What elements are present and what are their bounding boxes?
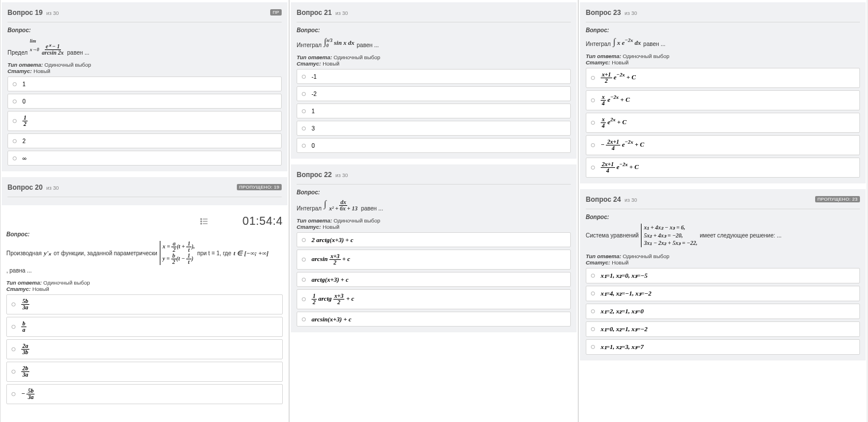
- radio-icon: [591, 143, 595, 147]
- radio-icon: [302, 278, 306, 282]
- option[interactable]: 2b3a: [6, 362, 283, 382]
- options-list: x+12 e−2x + C x4 e−2x + C x4 e2x + C − 2…: [586, 68, 860, 178]
- option[interactable]: − 2x+14 e−2x + C: [586, 135, 860, 155]
- radio-icon: [591, 291, 595, 296]
- radio-icon: [591, 309, 595, 313]
- radio-icon: [11, 392, 16, 396]
- option[interactable]: arcsin(x+3) + c: [297, 312, 571, 327]
- question-label: Вопрос:: [586, 27, 860, 33]
- option[interactable]: x₁=0, x₂=1, x₃=−2: [586, 321, 860, 337]
- status: Статус: Новый: [297, 224, 571, 230]
- option[interactable]: 1: [7, 76, 282, 91]
- status: Статус: Новый: [7, 68, 282, 74]
- question-label: Вопрос:: [6, 231, 283, 237]
- question-number: Вопрос 23 из 30: [586, 7, 637, 17]
- radio-icon: [591, 76, 595, 80]
- question-header: Вопрос 22 из 30: [297, 169, 571, 185]
- radio-icon: [591, 345, 595, 349]
- question-20: Вопрос 20 из 30 ПРОПУЩЕНО: 19: [2, 177, 287, 205]
- option[interactable]: x+12 e−2x + C: [586, 68, 860, 88]
- equation-system: x₁ + 4x₂ − x₃ = 6, 5x₂ + 4x₃ = −20, 3x₁ …: [641, 224, 697, 247]
- question-number: Вопрос 22 из 30: [297, 169, 348, 179]
- radio-icon: [591, 121, 595, 125]
- skipped-badge: ПРОПУЩЕНО: 19: [237, 184, 282, 190]
- column-3: Вопрос 23 из 30 Вопрос: Интеграл ∫ x e−2…: [578, 0, 867, 422]
- radio-icon: [591, 166, 595, 170]
- svg-point-4: [201, 223, 202, 224]
- column-2: Вопрос 21 из 30 Вопрос: Интеграл ∫π/30 s…: [289, 0, 578, 422]
- option[interactable]: 1: [297, 103, 571, 118]
- question-text: Предел limx→0 eˣ − 1arcsin 2x равен ...: [7, 37, 282, 56]
- question-22: Вопрос 22 из 30 Вопрос: Интеграл ∫ dxx² …: [291, 164, 577, 332]
- radio-icon: [302, 144, 306, 148]
- option[interactable]: ba: [6, 317, 283, 337]
- radio-icon: [302, 92, 306, 96]
- question-label: Вопрос:: [297, 27, 571, 33]
- option[interactable]: ∞: [7, 151, 282, 166]
- radio-icon: [13, 99, 17, 103]
- option[interactable]: arcsin x+32 + c: [297, 250, 571, 270]
- radio-icon: [302, 109, 306, 113]
- radio-icon: [13, 82, 17, 86]
- radio-icon: [302, 317, 306, 321]
- options-list: x₁=1, x₂=0, x₃=−5 x₁=4, x₂=−1, x₃=−2 x₁=…: [586, 268, 860, 355]
- timer-bar: 01:54:4: [1, 211, 289, 231]
- option[interactable]: x₁=4, x₂=−1, x₃=−2: [586, 286, 860, 301]
- answer-type: Тип ответа: Одиночный выбор: [6, 279, 283, 286]
- option[interactable]: − 5b3a: [6, 384, 283, 404]
- option[interactable]: 3: [297, 121, 571, 136]
- radio-icon: [302, 75, 306, 79]
- option[interactable]: 0: [7, 94, 282, 109]
- options-list: 2 arctg(x+3) + c arcsin x+32 + c arctg(x…: [297, 232, 571, 327]
- status: Статус: Новый: [6, 286, 283, 292]
- option[interactable]: -1: [297, 69, 571, 84]
- question-20-body: Вопрос: Производная y'ₓ от функции, зада…: [1, 231, 289, 410]
- list-icon[interactable]: [200, 217, 208, 225]
- radio-icon: [591, 274, 595, 278]
- question-label: Вопрос:: [297, 189, 571, 195]
- question-text: Интеграл ∫ x e−2x dx равен ...: [586, 37, 860, 47]
- integral-formula: ∫ dxx² + 6x + 13: [324, 199, 359, 212]
- skipped-badge: ПР: [270, 9, 282, 16]
- question-21: Вопрос 21 из 30 Вопрос: Интеграл ∫π/30 s…: [291, 2, 577, 159]
- option[interactable]: 12 arctg x+32 + c: [297, 289, 571, 309]
- radio-icon: [11, 302, 16, 306]
- svg-point-2: [201, 221, 202, 222]
- question-header: Вопрос 21 из 30: [297, 7, 571, 22]
- option[interactable]: arctg(x+3) + c: [297, 272, 571, 287]
- answer-type: Тип ответа: Одиночный выбор: [297, 54, 571, 60]
- answer-type: Тип ответа: Одиночный выбор: [7, 62, 282, 68]
- question-header: Вопрос 20 из 30 ПРОПУЩЕНО: 19: [7, 182, 282, 197]
- option[interactable]: x4 e2x + C: [586, 113, 860, 133]
- option[interactable]: 12: [7, 111, 282, 131]
- option[interactable]: x₁=1, x₂=0, x₃=−5: [586, 268, 860, 283]
- column-1: Вопрос 19 из 30 ПР Вопрос: Предел limx→0…: [0, 0, 289, 422]
- option[interactable]: 2 arctg(x+3) + c: [297, 232, 571, 247]
- integral-formula: ∫ x e−2x dx: [613, 37, 641, 47]
- question-24: Вопрос 24 из 30 ПРОПУЩЕНО: 23 Вопрос: Си…: [580, 189, 866, 360]
- question-number: Вопрос 19 из 30: [7, 7, 59, 17]
- option[interactable]: 2a3b: [6, 339, 283, 359]
- option[interactable]: 2x+14 e−2x + C: [586, 158, 860, 178]
- status: Статус: Новый: [297, 60, 571, 67]
- integral-formula: ∫π/30 sin x dx: [324, 37, 354, 48]
- option[interactable]: x₁=2, x₂=1, x₃=0: [586, 304, 860, 319]
- question-header: Вопрос 24 из 30 ПРОПУЩЕНО: 23: [586, 194, 860, 209]
- question-23: Вопрос 23 из 30 Вопрос: Интеграл ∫ x e−2…: [580, 2, 866, 183]
- question-number: Вопрос 24 из 30: [586, 194, 637, 204]
- question-number: Вопрос 20 из 30: [7, 182, 59, 192]
- option[interactable]: x₁=1, x₂=3, x₃=7: [586, 339, 860, 355]
- question-header: Вопрос 19 из 30 ПР: [7, 7, 282, 22]
- question-text: Производная y'ₓ от функции, заданной пар…: [6, 241, 283, 274]
- option[interactable]: x4 e−2x + C: [586, 90, 860, 110]
- radio-icon: [591, 98, 595, 102]
- option[interactable]: -2: [297, 86, 571, 101]
- question-text: Система уравнений x₁ + 4x₂ − x₃ = 6, 5x₂…: [586, 224, 860, 247]
- question-header: Вопрос 23 из 30: [586, 7, 860, 22]
- svg-point-0: [201, 218, 202, 220]
- option[interactable]: 5b3a: [6, 294, 283, 314]
- option[interactable]: 2: [7, 133, 282, 148]
- options-list: -1 -2 1 3 0: [297, 69, 571, 153]
- option[interactable]: 0: [297, 138, 571, 153]
- question-label: Вопрос:: [7, 27, 282, 33]
